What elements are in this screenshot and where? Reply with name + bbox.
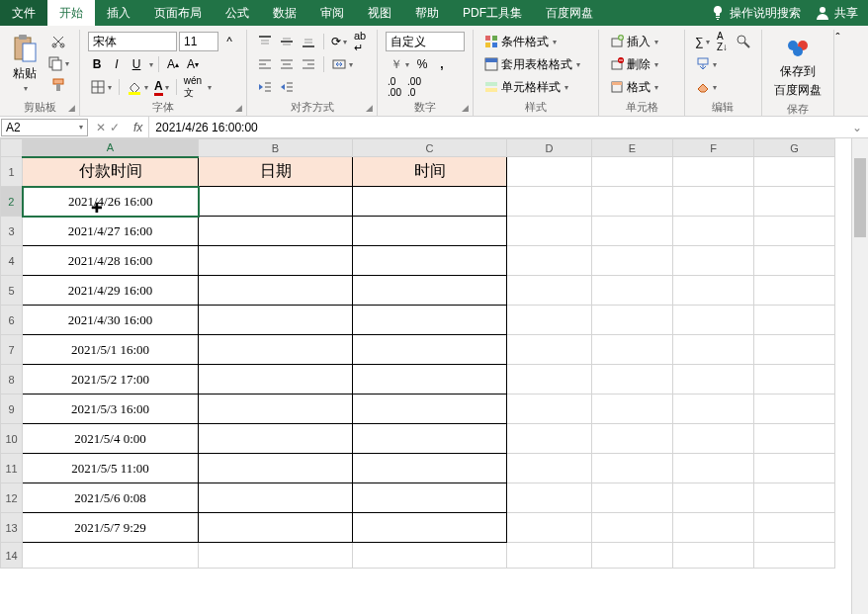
cell-G7[interactable] [754, 335, 835, 365]
tab-data[interactable]: 数据 [261, 0, 308, 26]
save-to-baidu-button[interactable]: 保存到 百度网盘 [768, 32, 827, 101]
tab-review[interactable]: 审阅 [308, 0, 356, 26]
cell-A4[interactable]: 2021/4/28 16:00 [23, 246, 199, 276]
align-bottom-button[interactable] [299, 32, 318, 51]
cell-A9[interactable]: 2021/5/3 16:00 [23, 395, 199, 424]
cell-A12[interactable]: 2021/5/6 0:08 [23, 483, 199, 513]
cell-C5[interactable] [353, 276, 507, 306]
select-all-corner[interactable] [1, 139, 23, 157]
cell-A1[interactable]: 付款时间 [23, 157, 199, 187]
cell-B5[interactable] [199, 276, 353, 306]
cell-D10[interactable] [507, 424, 592, 454]
paste-button[interactable]: 粘贴▾ [6, 32, 43, 95]
row-header-7[interactable]: 7 [1, 335, 23, 365]
cell-C4[interactable] [353, 246, 507, 276]
tab-help[interactable]: 帮助 [403, 0, 451, 26]
cell-E8[interactable] [592, 365, 673, 395]
find-select-button[interactable] [734, 32, 753, 51]
cell-F6[interactable] [673, 306, 754, 335]
font-name-combo[interactable] [88, 32, 177, 51]
cell-D11[interactable] [507, 454, 592, 483]
cell-F4[interactable] [673, 246, 754, 276]
cell-C2[interactable] [353, 187, 507, 217]
fill-color-button[interactable]: ▾ [125, 77, 150, 97]
autosum-button[interactable]: ∑▾ [693, 32, 712, 51]
share-button[interactable]: 共享 [815, 5, 858, 22]
cell-A11[interactable]: 2021/5/5 11:00 [23, 454, 199, 483]
row-header-1[interactable]: 1 [1, 157, 23, 187]
vertical-scrollbar[interactable] [851, 138, 868, 614]
cell-A10[interactable]: 2021/5/4 0:00 [23, 424, 199, 454]
cell-F5[interactable] [673, 276, 754, 306]
cell-F13[interactable] [673, 513, 754, 543]
expand-formula-bar[interactable]: ⌄ [846, 121, 868, 134]
col-header-E[interactable]: E [592, 139, 673, 157]
font-size-combo[interactable] [179, 32, 218, 51]
cell-G10[interactable] [754, 424, 835, 454]
cell-F2[interactable] [673, 187, 754, 217]
cell-D14[interactable] [507, 543, 592, 569]
cell-E3[interactable] [592, 217, 673, 246]
col-header-G[interactable]: G [754, 139, 835, 157]
col-header-B[interactable]: B [199, 139, 353, 157]
col-header-C[interactable]: C [353, 139, 507, 157]
cell-D5[interactable] [507, 276, 592, 306]
comma-format-button[interactable]: , [433, 54, 451, 74]
cell-A3[interactable]: 2021/4/27 16:00 [23, 217, 199, 246]
increase-indent-button[interactable] [277, 77, 297, 97]
increase-font-button[interactable]: A▴ [164, 54, 182, 74]
dialog-launcher-clipboard[interactable]: ◢ [65, 103, 77, 115]
cell-B6[interactable] [199, 306, 353, 335]
cell-B12[interactable] [199, 483, 353, 513]
ribbon-collapse[interactable]: ˆ [834, 30, 842, 117]
cell-G2[interactable] [754, 187, 835, 217]
row-header-3[interactable]: 3 [1, 217, 23, 246]
align-top-button[interactable] [255, 32, 275, 51]
fill-button[interactable]: ▾ [693, 54, 719, 74]
cell-A5[interactable]: 2021/4/29 16:00 [23, 276, 199, 306]
cell-D9[interactable] [507, 395, 592, 424]
formula-bar[interactable]: 2021/4/26 16:00:00 [148, 117, 846, 138]
row-header-6[interactable]: 6 [1, 306, 23, 335]
cell-F11[interactable] [673, 454, 754, 483]
dialog-launcher-font[interactable]: ◢ [232, 103, 244, 115]
cell-C7[interactable] [353, 335, 507, 365]
col-header-D[interactable]: D [507, 139, 592, 157]
wrap-text-button[interactable]: ab↵ [351, 32, 369, 51]
cell-C1[interactable]: 时间 [353, 157, 507, 187]
tab-pdf-tools[interactable]: PDF工具集 [451, 0, 534, 26]
clear-button[interactable]: ▾ [693, 77, 719, 97]
row-header-12[interactable]: 12 [1, 483, 23, 513]
row-header-8[interactable]: 8 [1, 365, 23, 395]
decrease-decimal-button[interactable]: .00.0 [405, 77, 423, 97]
align-right-button[interactable] [299, 54, 318, 74]
format-cells-button[interactable]: 格式▾ [607, 77, 676, 97]
tab-home[interactable]: 开始 [47, 0, 95, 26]
format-as-table-button[interactable]: 套用表格格式▾ [481, 54, 590, 74]
cell-G1[interactable] [754, 157, 835, 187]
row-header-9[interactable]: 9 [1, 395, 23, 424]
cell-A2[interactable]: 2021/4/26 16:00 [23, 187, 199, 217]
col-header-A[interactable]: A [23, 139, 199, 157]
cell-G9[interactable] [754, 395, 835, 424]
cell-C6[interactable] [353, 306, 507, 335]
cell-D3[interactable] [507, 217, 592, 246]
accounting-format-button[interactable]: ￥▾ [386, 54, 411, 74]
dialog-launcher-number[interactable]: ◢ [459, 103, 471, 115]
bold-button[interactable]: B [88, 54, 106, 74]
cell-E10[interactable] [592, 424, 673, 454]
cell-B13[interactable] [199, 513, 353, 543]
tab-file[interactable]: 文件 [0, 0, 47, 26]
cell-G5[interactable] [754, 276, 835, 306]
number-format-combo[interactable] [386, 32, 465, 51]
row-header-5[interactable]: 5 [1, 276, 23, 306]
orientation-button[interactable]: ⟳▾ [329, 32, 349, 51]
cell-B11[interactable] [199, 454, 353, 483]
conditional-formatting-button[interactable]: 条件格式▾ [481, 32, 590, 51]
cell-B7[interactable] [199, 335, 353, 365]
cut-button[interactable] [45, 32, 71, 51]
cell-E13[interactable] [592, 513, 673, 543]
cell-A8[interactable]: 2021/5/2 17:00 [23, 365, 199, 395]
row-header-11[interactable]: 11 [1, 454, 23, 483]
cell-F1[interactable] [673, 157, 754, 187]
